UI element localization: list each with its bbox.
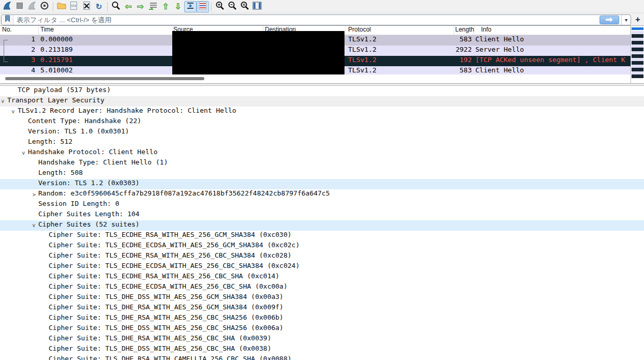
collapse-arrow-icon[interactable]: > [0,98,8,104]
expand-arrow-icon[interactable]: > [31,189,37,200]
close-file-button[interactable] [80,1,93,12]
column-header-info[interactable]: Info [474,26,631,35]
apply-filter-button[interactable] [600,16,619,24]
column-header-time[interactable]: Time [39,26,172,35]
save-file-icon: 010 [70,1,78,12]
cell-info: Client Hello [474,66,631,74]
detail-line-25[interactable]: Cipher Suite: TLS_DHE_DSS_WITH_AES_256_C… [0,344,644,355]
detail-line-12[interactable]: Cipher Suites Length: 104 [0,210,644,220]
detail-text: Cipher Suite: TLS_DHE_RSA_WITH_CAMELLIA_… [49,355,292,360]
detail-line-0[interactable]: TCP payload (517 bytes) [0,86,644,96]
display-filter-input[interactable] [13,15,600,25]
colorize-icon [199,2,207,12]
column-header-protocol[interactable]: Protocol [346,26,454,35]
detail-line-6[interactable]: >Handshake Protocol: Client Hello [0,148,644,158]
go-forward-button[interactable]: ⇨ [134,1,147,12]
detail-text: Length: 512 [28,138,72,145]
packet-detail-pane: TCP payload (517 bytes)>Transport Layer … [0,85,644,360]
detail-line-24[interactable]: Cipher Suite: TLS_DHE_RSA_WITH_AES_256_C… [0,334,644,344]
zoom-in-button[interactable] [214,1,226,12]
detail-text: Cipher Suite: TLS_ECDHE_ECDSA_WITH_AES_2… [49,241,299,249]
detail-text: Content Type: Handshake (22) [28,117,141,125]
detail-text: TLSv1.2 Record Layer: Handshake Protocol… [18,107,236,114]
collapse-arrow-icon[interactable]: > [29,222,39,229]
detail-line-13[interactable]: >Cipher Suites (52 suites) [0,220,644,231]
detail-line-7[interactable]: Handshake Type: Client Hello (1) [0,158,644,169]
minimap-stripe [632,61,643,65]
chevron-down-icon: ▾ [625,17,627,23]
detail-line-8[interactable]: Length: 508 [0,169,644,179]
auto-scroll-toggle[interactable] [184,1,197,12]
detail-line-10[interactable]: >Random: e3c0f5960645cffa7b2918f087a192a… [0,189,644,200]
wireshark-window: 010 ↻ ⇦ ⇨ ⇧ ⇩ [0,0,644,360]
open-file-button[interactable] [55,1,68,12]
restart-fin-icon [27,1,37,13]
detail-text: Cipher Suite: TLS_ECDHE_ECDSA_WITH_AES_2… [49,262,299,269]
detail-line-22[interactable]: Cipher Suite: TLS_DHE_RSA_WITH_AES_256_C… [0,313,644,324]
forward-arrow-icon: ⇨ [137,3,144,11]
zoom-original-button[interactable] [238,1,251,12]
detail-line-9[interactable]: Version: TLS 1.2 (0x0303) [0,179,644,189]
detail-text: Cipher Suite: TLS_ECDHE_RSA_WITH_AES_256… [49,272,279,280]
go-back-button[interactable]: ⇦ [122,1,134,12]
colorize-toggle[interactable] [197,1,209,12]
collapse-arrow-icon[interactable]: > [19,150,29,156]
packet-map-scrollbar[interactable] [631,26,644,84]
toolbar-separator [53,2,53,11]
reload-file-button[interactable]: ↻ [93,1,105,12]
filter-history-dropdown[interactable]: ▾ [621,15,631,25]
detail-line-2[interactable]: >TLSv1.2 Record Layer: Handshake Protoco… [0,107,644,117]
toolbar-separator [211,2,212,11]
zoom-in-icon [215,1,224,12]
detail-text: Cipher Suite: TLS_ECDHE_ECDSA_WITH_AES_2… [49,282,288,290]
conversation-bracket [4,40,8,62]
detail-line-17[interactable]: Cipher Suite: TLS_ECDHE_ECDSA_WITH_AES_2… [0,262,644,272]
capture-options-button[interactable] [38,1,51,12]
horizontal-scrollbar[interactable] [0,76,631,83]
detail-line-23[interactable]: Cipher Suite: TLS_DHE_DSS_WITH_AES_256_C… [0,324,644,334]
detail-text: Cipher Suite: TLS_DHE_DSS_WITH_AES_256_C… [49,324,283,332]
detail-line-3[interactable]: Content Type: Handshake (22) [0,117,644,127]
detail-line-15[interactable]: Cipher Suite: TLS_ECDHE_ECDSA_WITH_AES_2… [0,241,644,251]
horizontal-scrollbar-thumb[interactable] [5,77,204,80]
minimap-stripe [632,41,643,44]
detail-line-26[interactable]: Cipher Suite: TLS_DHE_RSA_WITH_CAMELLIA_… [0,355,644,360]
detail-line-18[interactable]: Cipher Suite: TLS_ECDHE_RSA_WITH_AES_256… [0,272,644,282]
detail-line-19[interactable]: Cipher Suite: TLS_ECDHE_ECDSA_WITH_AES_2… [0,282,644,293]
find-packet-button[interactable] [110,1,122,12]
detail-line-1[interactable]: >Transport Layer Security [0,96,644,107]
cell-time: 0.215791 [39,56,172,66]
detail-line-21[interactable]: Cipher Suite: TLS_DHE_RSA_WITH_AES_256_G… [0,303,644,313]
cell-length: 2922 [454,46,474,56]
column-header-length[interactable]: Length [454,26,474,35]
add-filter-button[interactable]: + [633,15,643,25]
detail-line-14[interactable]: Cipher Suite: TLS_ECDHE_RSA_WITH_AES_256… [0,231,644,241]
resize-columns-button[interactable] [251,1,263,12]
detail-text: Version: TLS 1.2 (0x0303) [38,179,140,187]
filter-bookmark-button[interactable] [2,15,13,25]
save-file-button[interactable]: 010 [68,1,80,12]
detail-line-20[interactable]: Cipher Suite: TLS_DHE_DSS_WITH_AES_256_G… [0,293,644,303]
detail-text: Handshake Type: Client Hello (1) [38,158,168,166]
minimap-stripe [632,34,643,38]
go-to-bottom-button[interactable]: ⇩ [172,1,184,12]
detail-line-16[interactable]: Cipher Suite: TLS_ECDHE_RSA_WITH_AES_256… [0,251,644,262]
auto-scroll-icon [186,2,194,12]
zoom-out-button[interactable] [226,1,238,12]
main-toolbar: 010 ↻ ⇦ ⇨ ⇧ ⇩ [0,0,644,13]
resize-columns-icon [252,2,262,12]
detail-line-5[interactable]: Length: 512 [0,138,644,148]
detail-line-4[interactable]: Version: TLS 1.0 (0x0301) [0,127,644,138]
packet-list-pane: No.TimeSourceDestinationProtocolLengthIn… [0,26,644,84]
go-to-top-button[interactable]: ⇧ [159,1,172,12]
collapse-arrow-icon[interactable]: > [8,109,19,115]
redaction-overlay [172,31,345,74]
reload-icon: ↻ [96,2,102,11]
restart-capture-button[interactable] [26,1,38,12]
detail-line-11[interactable]: Session ID Length: 0 [0,200,644,210]
go-to-packet-button[interactable] [147,1,159,12]
column-header-no[interactable]: No. [0,26,39,35]
start-capture-button[interactable] [1,1,13,12]
stop-capture-button[interactable] [13,1,26,12]
cell-no: 4 [0,66,39,74]
